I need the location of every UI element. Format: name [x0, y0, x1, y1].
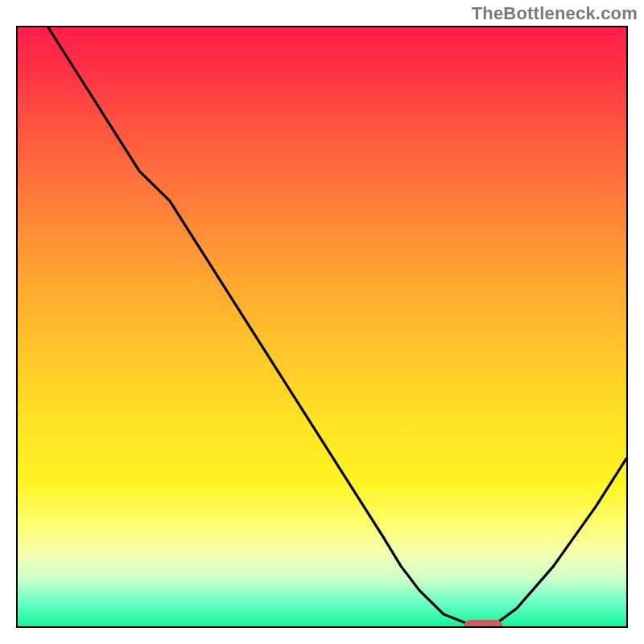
plot-area [18, 27, 626, 626]
bottleneck-curve [18, 27, 626, 626]
plot-frame [16, 26, 628, 628]
optimal-point-marker [464, 620, 502, 628]
watermark-text: TheBottleneck.com [472, 3, 638, 24]
